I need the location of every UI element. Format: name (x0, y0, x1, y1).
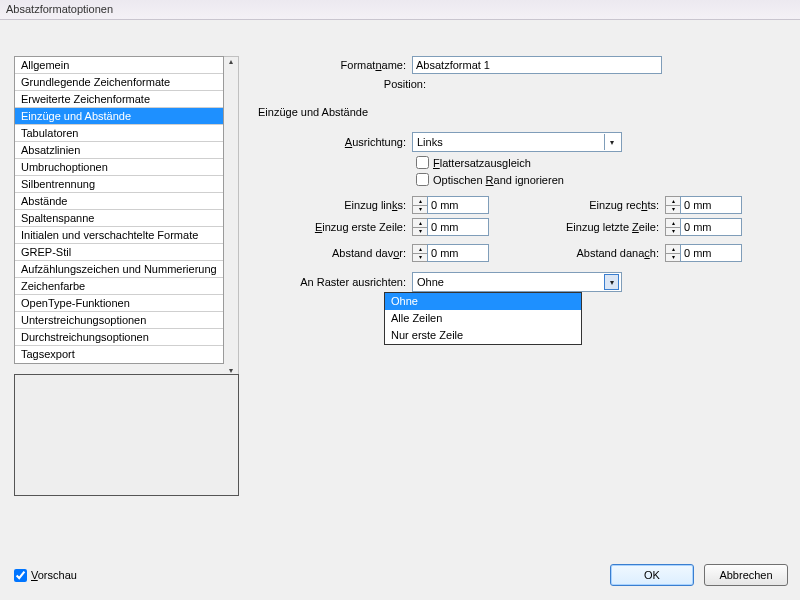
sidebar-item[interactable]: Durchstreichungsoptionen (15, 329, 223, 346)
vorschau-checkbox[interactable]: Vorschau (14, 569, 77, 582)
einzug-rechts-spinner[interactable]: ▴▾ (665, 196, 742, 214)
einzug-letzte-label: Einzug letzte Zeile: (489, 221, 665, 233)
dropdown-option[interactable]: Ohne (385, 293, 581, 310)
abstand-danach-spinner[interactable]: ▴▾ (665, 244, 742, 262)
chevron-down-icon: ▾ (604, 134, 619, 150)
preview-box (14, 374, 239, 496)
einzug-erste-spinner[interactable]: ▴▾ (412, 218, 489, 236)
category-list[interactable]: AllgemeinGrundlegende ZeichenformateErwe… (14, 56, 224, 364)
sidebar-item[interactable]: Tabulatoren (15, 125, 223, 142)
flattersatz-checkbox[interactable]: Flattersatzausgleich (416, 156, 531, 169)
sidebar-item[interactable]: Spaltenspanne (15, 210, 223, 227)
sidebar-item[interactable]: Einzüge und Abstände (15, 108, 223, 125)
einzug-links-label: Einzug links: (258, 199, 412, 211)
sidebar-item[interactable]: GREP-Stil (15, 244, 223, 261)
formatname-input[interactable] (412, 56, 662, 74)
raster-label: An Raster ausrichten: (258, 276, 412, 288)
einzug-links-spinner[interactable]: ▴▾ (412, 196, 489, 214)
ausrichtung-combo[interactable]: Links▾ (412, 132, 622, 152)
sidebar-item[interactable]: Absatzlinien (15, 142, 223, 159)
abstand-danach-label: Abstand danach: (489, 247, 665, 259)
sidebar-item[interactable]: Silbentrennung (15, 176, 223, 193)
sidebar-item[interactable]: Abstände (15, 193, 223, 210)
einzug-rechts-label: Einzug rechts: (489, 199, 665, 211)
cancel-button[interactable]: Abbrechen (704, 564, 788, 586)
abstand-davor-label: Abstand davor: (258, 247, 412, 259)
sidebar-item[interactable]: OpenType-Funktionen (15, 295, 223, 312)
sidebar-item[interactable]: Tagsexport (15, 346, 223, 363)
ausrichtung-label: Ausrichtung: (258, 136, 412, 148)
chevron-down-icon: ▾ (604, 274, 619, 290)
formatname-label: Formatname: (258, 59, 412, 71)
sidebar-item[interactable]: Unterstreichungsoptionen (15, 312, 223, 329)
dropdown-option[interactable]: Alle Zeilen (385, 310, 581, 327)
raster-combo[interactable]: Ohne▾ (412, 272, 622, 292)
sidebar-item[interactable]: Allgemein (15, 57, 223, 74)
position-label: Position: (258, 78, 432, 90)
optischer-rand-checkbox[interactable]: Optischen Rand ignorieren (416, 173, 564, 186)
einzug-letzte-spinner[interactable]: ▴▾ (665, 218, 742, 236)
ok-button[interactable]: OK (610, 564, 694, 586)
window-titlebar: Absatzformatoptionen (0, 0, 800, 20)
raster-dropdown-list[interactable]: OhneAlle ZeilenNur erste Zeile (384, 292, 582, 345)
einzug-erste-label: Einzug erste Zeile: (258, 221, 412, 233)
dropdown-option[interactable]: Nur erste Zeile (385, 327, 581, 344)
sidebar-item[interactable]: Grundlegende Zeichenformate (15, 74, 223, 91)
sidebar-item[interactable]: Aufzählungszeichen und Nummerierung (15, 261, 223, 278)
section-title: Einzüge und Abstände (258, 106, 788, 118)
window-title: Absatzformatoptionen (6, 3, 113, 15)
sidebar-item[interactable]: Zeichenfarbe (15, 278, 223, 295)
sidebar-item[interactable]: Erweiterte Zeichenformate (15, 91, 223, 108)
sidebar-scrollbar[interactable] (224, 56, 239, 376)
sidebar-item[interactable]: Umbruchoptionen (15, 159, 223, 176)
abstand-davor-spinner[interactable]: ▴▾ (412, 244, 489, 262)
sidebar-item[interactable]: Initialen und verschachtelte Formate (15, 227, 223, 244)
